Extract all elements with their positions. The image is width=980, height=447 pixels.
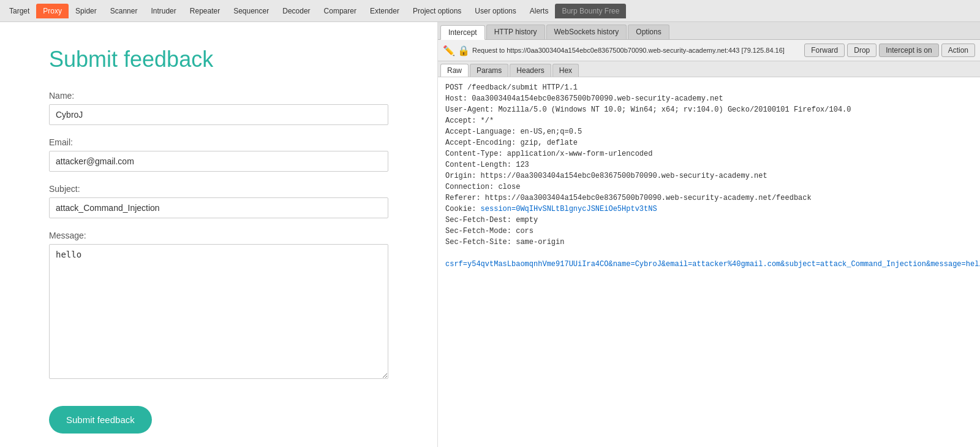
lock-icon: 🔒 [458, 45, 470, 56]
page-title: Submit feedback [49, 47, 388, 72]
intercept-is-on-button[interactable]: Intercept is on [879, 44, 938, 57]
email-label: Email: [49, 137, 388, 147]
email-field-group: Email: [49, 137, 388, 172]
drop-button[interactable]: Drop [847, 44, 876, 57]
name-input[interactable] [49, 104, 388, 125]
intercept-action-buttons: Forward Drop Intercept is on Action [804, 44, 975, 57]
burp-proxy-panel: Intercept HTTP history WebSockets histor… [438, 22, 980, 447]
tab-alerts[interactable]: Alerts [523, 4, 556, 18]
proxy-tab-websockets-history[interactable]: WebSockets history [546, 25, 627, 39]
request-tab-headers[interactable]: Headers [510, 64, 551, 77]
tab-target[interactable]: Target [2, 4, 36, 18]
tab-comparer[interactable]: Comparer [317, 4, 363, 18]
request-tab-params[interactable]: Params [470, 64, 508, 77]
main-content: Submit feedback Name: Email: Subject: Me… [0, 22, 980, 447]
pencil-icon: ✏️ [443, 45, 455, 56]
proxy-tabs: Intercept HTTP history WebSockets histor… [438, 22, 980, 40]
tab-proxy[interactable]: Proxy [36, 4, 69, 18]
forward-button[interactable]: Forward [804, 44, 845, 57]
subject-label: Subject: [49, 184, 388, 194]
name-label: Name: [49, 91, 388, 101]
tab-burp-bounty[interactable]: Burp Bounty Free [555, 4, 626, 18]
request-tab-hex[interactable]: Hex [552, 64, 579, 77]
name-field-group: Name: [49, 91, 388, 125]
tab-decoder[interactable]: Decoder [276, 4, 317, 18]
tab-spider[interactable]: Spider [69, 4, 104, 18]
message-textarea[interactable]: hello [49, 244, 388, 379]
tab-user-options[interactable]: User options [468, 4, 522, 18]
top-navigation: Target Proxy Spider Scanner Intruder Rep… [0, 0, 980, 22]
request-content: POST /feedback/submit HTTP/1.1 Host: 0aa… [438, 77, 980, 447]
request-view-tabs: Raw Params Headers Hex [438, 61, 980, 77]
tab-scanner[interactable]: Scanner [104, 4, 145, 18]
proxy-tab-options[interactable]: Options [628, 25, 669, 39]
tab-project-options[interactable]: Project options [406, 4, 468, 18]
tab-intruder[interactable]: Intruder [144, 4, 183, 18]
submit-feedback-button[interactable]: Submit feedback [49, 406, 152, 434]
request-tab-raw[interactable]: Raw [440, 64, 469, 77]
proxy-tab-http-history[interactable]: HTTP history [486, 25, 545, 39]
email-input[interactable] [49, 151, 388, 172]
tab-repeater[interactable]: Repeater [183, 4, 227, 18]
message-field-group: Message: hello [49, 231, 388, 381]
message-label: Message: [49, 231, 388, 240]
tab-sequencer[interactable]: Sequencer [227, 4, 276, 18]
subject-field-group: Subject: [49, 184, 388, 218]
tab-extender[interactable]: Extender [363, 4, 406, 18]
feedback-form-panel: Submit feedback Name: Email: Subject: Me… [0, 22, 438, 447]
intercept-toolbar: ✏️ 🔒 Request to https://0aa3003404a154eb… [438, 40, 980, 61]
intercept-url-bar: Request to https://0aa3003404a154ebc0e83… [472, 47, 802, 54]
subject-input[interactable] [49, 197, 388, 218]
proxy-tab-intercept[interactable]: Intercept [440, 25, 485, 40]
action-button[interactable]: Action [941, 44, 975, 57]
